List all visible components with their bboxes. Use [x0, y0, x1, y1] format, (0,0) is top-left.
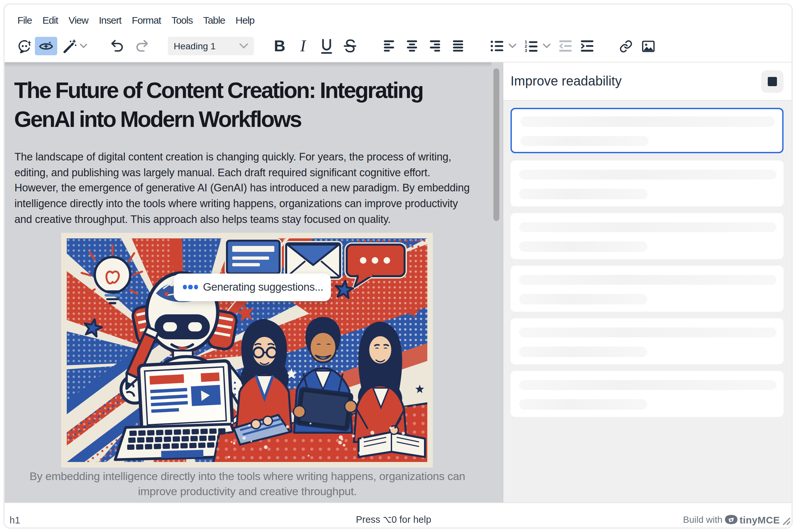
svg-text:3: 3	[524, 48, 527, 52]
